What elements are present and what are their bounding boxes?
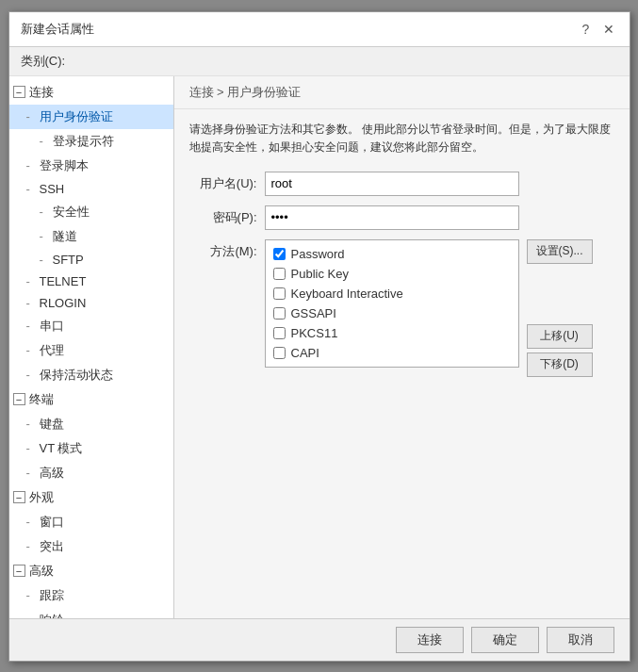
sidebar-label-security: 安全性 <box>53 204 90 221</box>
content-panel: 连接 > 用户身份验证 请选择身份验证方法和其它参数。 使用此部分以节省登录时间… <box>174 76 630 618</box>
sidebar-label-terminal: 终端 <box>29 391 54 408</box>
sidebar-item-appearance[interactable]: −外观 <box>9 485 173 510</box>
prefix-serial: - <box>26 319 40 333</box>
expand-icon-connection[interactable]: − <box>13 86 25 98</box>
method-label-keyboard: Keyboard Interactive <box>291 287 403 301</box>
sidebar-item-advanced[interactable]: - 高级 <box>9 461 173 485</box>
sidebar-label-user-auth: 用户身份验证 <box>40 108 113 125</box>
move-up-button[interactable]: 上移(U) <box>527 324 593 349</box>
move-down-button[interactable]: 下移(D) <box>527 352 593 377</box>
method-label-capi: CAPI <box>291 346 319 360</box>
sidebar-item-user-auth[interactable]: - 用户身份验证 <box>9 105 173 129</box>
sidebar-label-bell: 响铃 <box>40 612 64 618</box>
prefix-advanced: - <box>26 466 40 480</box>
connect-button[interactable]: 连接 <box>396 627 464 653</box>
sidebar-item-terminal[interactable]: −终端 <box>9 387 173 412</box>
category-label: 类别(C): <box>9 47 630 76</box>
method-section: 方法(M): PasswordPublic KeyKeyboard Intera… <box>189 239 614 377</box>
sidebar-label-telnet: TELNET <box>40 274 87 288</box>
sidebar-item-ssh[interactable]: - SSH <box>9 178 173 200</box>
method-item-capi[interactable]: CAPI <box>266 343 518 363</box>
dialog-footer: 连接 确定 取消 <box>9 618 630 661</box>
method-item-publickey[interactable]: Public Key <box>266 264 518 284</box>
prefix-login-prompt: - <box>40 134 53 148</box>
sidebar-item-advanced2[interactable]: −高级 <box>9 559 173 583</box>
sidebar-item-rlogin[interactable]: - RLOGIN <box>9 292 173 314</box>
method-label-publickey: Public Key <box>291 267 349 281</box>
prefix-keepalive: - <box>26 368 40 382</box>
password-label: 密码(P): <box>189 209 265 226</box>
method-checkbox-capi[interactable] <box>273 347 286 359</box>
breadcrumb: 连接 > 用户身份验证 <box>174 76 630 109</box>
sidebar-item-highlight[interactable]: - 突出 <box>9 534 173 559</box>
prefix-telnet: - <box>26 274 40 288</box>
sidebar-item-tunnel[interactable]: - 隧道 <box>9 224 173 249</box>
sidebar-label-vt-mode: VT 模式 <box>40 440 83 457</box>
method-checkbox-keyboard[interactable] <box>273 287 286 300</box>
sidebar-item-login-script[interactable]: - 登录脚本 <box>9 154 173 178</box>
sidebar-label-trace: 跟踪 <box>40 587 64 604</box>
help-button[interactable]: ? <box>577 20 596 39</box>
sidebar-label-keyboard: 键盘 <box>40 416 64 433</box>
close-button[interactable]: ✕ <box>599 20 618 39</box>
prefix-highlight: - <box>26 539 40 553</box>
title-bar: 新建会话属性 ? ✕ <box>9 12 630 47</box>
sidebar-item-trace[interactable]: - 跟踪 <box>9 583 173 608</box>
prefix-tunnel: - <box>40 229 53 243</box>
sidebar-item-telnet[interactable]: - TELNET <box>9 270 173 292</box>
sidebar-item-bell[interactable]: - 响铃 <box>9 608 173 618</box>
dialog-body: −连接- 用户身份验证- 登录提示符- 登录脚本- SSH- 安全性- 隧道- … <box>9 76 630 618</box>
sidebar-label-login-script: 登录脚本 <box>40 157 89 174</box>
title-controls: ? ✕ <box>577 20 618 39</box>
dialog-title: 新建会话属性 <box>21 21 94 38</box>
sidebar-item-security[interactable]: - 安全性 <box>9 200 173 224</box>
sidebar-label-appearance: 外观 <box>29 489 54 506</box>
prefix-login-script: - <box>26 158 40 172</box>
sidebar-label-rlogin: RLOGIN <box>40 296 87 310</box>
sidebar-label-keepalive: 保持活动状态 <box>40 367 113 384</box>
method-checkbox-gssapi[interactable] <box>273 307 286 320</box>
prefix-user-auth: - <box>26 109 40 123</box>
method-item-keyboard[interactable]: Keyboard Interactive <box>266 284 518 303</box>
sidebar-label-connection: 连接 <box>29 84 54 101</box>
method-checkbox-pkcs11[interactable] <box>273 327 286 339</box>
prefix-rlogin: - <box>26 296 40 310</box>
sidebar-item-keyboard[interactable]: - 键盘 <box>9 412 173 436</box>
prefix-trace: - <box>26 588 40 602</box>
sidebar-label-ssh: SSH <box>40 182 65 196</box>
method-item-password[interactable]: Password <box>266 244 518 264</box>
sidebar-item-serial[interactable]: - 串口 <box>9 314 173 338</box>
username-input[interactable] <box>265 172 519 196</box>
method-checkbox-password[interactable] <box>273 248 286 260</box>
description: 请选择身份验证方法和其它参数。 使用此部分以节省登录时间。但是，为了最大限度地提… <box>189 121 614 156</box>
method-item-gssapi[interactable]: GSSAPI <box>266 303 518 323</box>
ok-button[interactable]: 确定 <box>471 627 539 653</box>
password-input[interactable] <box>265 205 519 230</box>
sidebar-item-proxy[interactable]: - 代理 <box>9 338 173 363</box>
username-label: 用户名(U): <box>189 175 265 192</box>
sidebar-item-sftp[interactable]: - SFTP <box>9 249 173 270</box>
method-list: PasswordPublic KeyKeyboard InteractiveGS… <box>265 239 519 368</box>
method-item-pkcs11[interactable]: PKCS11 <box>266 323 518 343</box>
sidebar: −连接- 用户身份验证- 登录提示符- 登录脚本- SSH- 安全性- 隧道- … <box>9 76 174 618</box>
prefix-sftp: - <box>40 253 53 267</box>
username-row: 用户名(U): <box>189 172 614 196</box>
expand-icon-terminal[interactable]: − <box>13 393 25 405</box>
sidebar-item-vt-mode[interactable]: - VT 模式 <box>9 436 173 461</box>
method-checkbox-publickey[interactable] <box>273 268 286 280</box>
expand-icon-advanced2[interactable]: − <box>13 565 25 577</box>
prefix-window: - <box>26 515 40 529</box>
sidebar-item-keepalive[interactable]: - 保持活动状态 <box>9 363 173 387</box>
sidebar-label-tunnel: 隧道 <box>53 228 77 245</box>
settings-button[interactable]: 设置(S)... <box>527 239 593 264</box>
sidebar-label-window: 窗口 <box>40 514 64 531</box>
expand-icon-appearance[interactable]: − <box>13 491 25 503</box>
sidebar-item-login-prompt[interactable]: - 登录提示符 <box>9 129 173 154</box>
dialog: 新建会话属性 ? ✕ 类别(C): −连接- 用户身份验证- 登录提示符- 登录… <box>8 11 630 662</box>
method-label-gssapi: GSSAPI <box>291 306 336 320</box>
password-row: 密码(P): <box>189 205 614 230</box>
method-label-password: Password <box>291 247 345 261</box>
sidebar-item-connection[interactable]: −连接 <box>9 80 173 105</box>
cancel-button[interactable]: 取消 <box>547 627 614 653</box>
sidebar-item-window[interactable]: - 窗口 <box>9 510 173 534</box>
